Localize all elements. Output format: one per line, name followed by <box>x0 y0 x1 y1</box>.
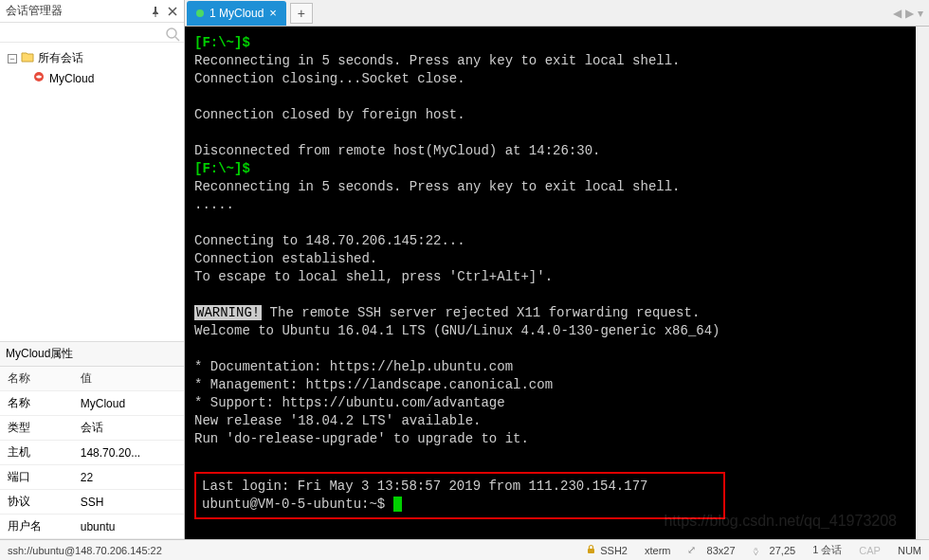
sidebar-header: 会话管理器 <box>0 0 184 23</box>
status-term: xterm <box>645 545 671 556</box>
table-row: 主机148.70.20... <box>0 441 184 465</box>
terminal-line: To escape to local shell, press 'Ctrl+Al… <box>194 268 906 286</box>
terminal-line: Connecting to 148.70.206.145:22... <box>194 232 906 250</box>
session-tree: − 所有会话 MyCloud <box>0 43 184 341</box>
terminal-line: Connection closed by foreign host. <box>194 106 906 124</box>
terminal-prompt: [F:\~]$ <box>194 35 250 50</box>
tree-session-item[interactable]: MyCloud <box>4 68 180 88</box>
session-manager-sidebar: 会话管理器 − 所有会话 <box>0 0 185 539</box>
table-row: 端口22 <box>0 465 184 490</box>
search-icon[interactable] <box>165 27 176 38</box>
terminal-line: Reconnecting in 5 seconds. Press any key… <box>194 52 906 70</box>
terminal-line: * Documentation: https://help.ubuntu.com <box>194 358 906 376</box>
status-dot-icon <box>196 9 204 17</box>
cursor-icon <box>393 497 402 512</box>
session-icon <box>32 70 46 86</box>
search-row <box>0 23 184 43</box>
warning-badge: WARNING! <box>194 305 262 320</box>
terminal-line: Run 'do-release-upgrade' to upgrade to i… <box>194 430 906 448</box>
terminal-line: WARNING! The remote SSH server rejected … <box>194 304 906 322</box>
tab-mycloud[interactable]: 1 MyCloud × <box>187 1 286 26</box>
terminal-line: Welcome to Ubuntu 16.04.1 LTS (GNU/Linux… <box>194 322 906 340</box>
lock-icon <box>586 544 596 556</box>
terminal-line: Disconnected from remote host(MyCloud) a… <box>194 142 906 160</box>
terminal-line: Last login: Fri May 3 13:58:57 2019 from… <box>202 478 718 496</box>
terminal-prompt: [F:\~]$ <box>194 161 250 176</box>
tree-root-label: 所有会话 <box>38 50 83 66</box>
shell-prompt: ubuntu@VM-0-5-ubuntu:~$ <box>202 497 393 512</box>
content-area: 1 MyCloud × + ◀ ▶ ▾ [F:\~]$ Reconnecting… <box>185 0 929 539</box>
close-icon[interactable] <box>167 6 178 17</box>
props-header-value: 值 <box>73 367 184 391</box>
properties-title: MyCloud属性 <box>0 341 184 367</box>
status-pos: ⎀ 27,25 <box>753 545 796 556</box>
terminal-line: Connection closing...Socket close. <box>194 70 906 88</box>
status-size: ⤢ 83x27 <box>687 544 735 556</box>
properties-table: 名称 值 名称MyCloud 类型会话 主机148.70.20... 端口22 … <box>0 367 184 539</box>
status-sessions: 1 会话 <box>812 543 842 557</box>
tree-root-item[interactable]: − 所有会话 <box>4 48 180 68</box>
terminal-line: ..... <box>194 196 906 214</box>
status-bar: ssh://ubuntu@148.70.206.145:22 SSH2 xter… <box>0 539 929 560</box>
tree-expander-icon[interactable]: − <box>8 54 17 63</box>
props-header-name: 名称 <box>0 367 73 391</box>
pin-icon[interactable] <box>150 6 161 17</box>
table-row: 用户名ubuntu <box>0 515 184 539</box>
terminal-line: * Support: https://ubuntu.com/advantage <box>194 394 906 412</box>
highlighted-block: Last login: Fri May 3 13:58:57 2019 from… <box>194 472 725 519</box>
table-row: 类型会话 <box>0 416 184 441</box>
status-cap: CAP <box>859 545 881 556</box>
table-row: 协议SSH <box>0 490 184 515</box>
tree-session-label: MyCloud <box>49 72 94 85</box>
tab-label: 1 MyCloud <box>209 7 264 20</box>
svg-line-1 <box>175 37 179 41</box>
svg-point-0 <box>167 28 176 38</box>
terminal-line: New release '18.04.2 LTS' available. <box>194 412 906 430</box>
tab-add-button[interactable]: + <box>290 3 313 24</box>
status-ssh: SSH2 <box>586 544 628 556</box>
svg-rect-3 <box>588 549 594 553</box>
tab-bar: 1 MyCloud × + ◀ ▶ ▾ <box>185 0 929 27</box>
status-num: NUM <box>898 545 921 556</box>
tab-nav-prev-icon[interactable]: ◀ <box>893 7 902 20</box>
table-row: 名称MyCloud <box>0 391 184 416</box>
terminal-line: * Management: https://landscape.canonica… <box>194 376 906 394</box>
tab-nav-menu-icon[interactable]: ▾ <box>918 7 923 20</box>
status-connection: ssh://ubuntu@148.70.206.145:22 <box>8 545 162 556</box>
tab-close-icon[interactable]: × <box>269 6 277 20</box>
sidebar-title: 会话管理器 <box>6 3 150 19</box>
terminal-line: Connection established. <box>194 250 906 268</box>
tab-nav-next-icon[interactable]: ▶ <box>905 7 914 20</box>
terminal-line: Reconnecting in 5 seconds. Press any key… <box>194 178 906 196</box>
folder-icon <box>21 50 34 66</box>
tab-nav: ◀ ▶ ▾ <box>893 7 929 20</box>
terminal[interactable]: [F:\~]$ Reconnecting in 5 seconds. Press… <box>185 27 929 539</box>
